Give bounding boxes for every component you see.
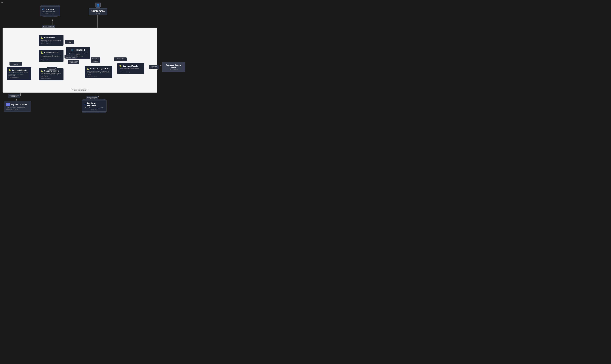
boutique-db-icon: 🗃 xyxy=(84,103,86,106)
boutique-db-tag: [Store: SQL] xyxy=(84,109,104,110)
checkout-module-title: Checkout Module xyxy=(44,52,58,53)
product-catalogue-node: 🐍 Product Catalogue Module Provides the … xyxy=(85,66,112,78)
main-container: Core e-commerce application. [App: App E… xyxy=(2,27,158,92)
cart-data-title: Cart Data xyxy=(45,8,54,11)
cart-module-desc: Stores the items in the user's shopping … xyxy=(40,39,62,43)
diagram-canvas: ⊕ xyxy=(0,0,204,122)
cart-data-node: ⚙ Cart Data Store items added to cart. [… xyxy=(40,5,60,17)
currency-module-title: Currency Module xyxy=(123,65,138,67)
sends-transaction-label: Sends transactioninformation to xyxy=(8,94,20,98)
customers-tag: [Actor] xyxy=(91,13,106,14)
payment-provider-icon: S xyxy=(7,103,9,106)
start-checkout-label: Start checkoutprocess for product xyxy=(65,54,77,59)
european-central-bank-node: European Central Bank [External system] xyxy=(162,62,185,72)
currency-module-desc: Converts one money amount to another cur… xyxy=(119,68,142,71)
boutique-db-desc: Stores all cart, order, and user data. xyxy=(84,107,104,109)
customers-title: Customers xyxy=(91,10,106,13)
product-catalogue-icon: 🐍 xyxy=(87,67,89,70)
cart-module-node: 🐍 Cart Module Stores the items in the us… xyxy=(39,35,64,46)
product-catalogue-tag: [Component: Python] xyxy=(87,76,110,77)
checkout-module-node: 🐍 Checkout Module Retrieves user cart, p… xyxy=(39,50,64,62)
customers-icon: 👤 xyxy=(96,3,100,7)
currency-module-node: 🐍 Currency Module Converts one money amo… xyxy=(117,63,144,74)
payment-module-title: Payment Module xyxy=(12,69,27,71)
payment-provider-node: S Payment provider Platform to process o… xyxy=(4,101,31,112)
product-catalogue-desc: Provides the list of products from a JSO… xyxy=(87,71,110,75)
make-payment-label: Make payment aftercheckout xyxy=(10,62,22,65)
shipping-module-tag: [Component: Python] xyxy=(40,78,62,79)
ecb-title: European Central Bank xyxy=(164,64,183,68)
checks-items-label: Checks items from xyxy=(42,25,55,27)
payment-provider-title: Payment provider xyxy=(11,103,27,106)
frontend-icon: ⚛ xyxy=(71,48,74,52)
request-item-quantity-label: Request itemquantity xyxy=(65,40,74,44)
get-quote-label: Get quote forcurrency conversion xyxy=(114,57,127,61)
payment-module-tag: [Component: Python] xyxy=(9,77,29,78)
boutique-db-title: Boutique Database xyxy=(87,102,104,107)
cart-data-tag: [Store: Memstore Redis] xyxy=(42,13,58,14)
cart-module-title: Cart Module xyxy=(44,37,55,39)
request-list-label: Request list ofproducts withmetadata xyxy=(91,57,100,63)
shipping-module-desc: Gives shipping cost estimates based on t… xyxy=(40,73,62,77)
ecb-tag: [External system] xyxy=(164,69,183,70)
payment-module-desc: Charges the given credit card info with … xyxy=(9,72,29,77)
request-shipping-label: Request shippingcost and status xyxy=(68,60,79,64)
payment-provider-desc: Platform to process online payments xyxy=(6,107,29,108)
currency-module-icon: 🐍 xyxy=(119,65,122,67)
checkout-module-tag: [Component: Python] xyxy=(40,59,62,61)
payment-module-node: 🐍 Payment Module Charges the given credi… xyxy=(7,67,31,80)
get-current-rate-label: Get currentexchange rate xyxy=(149,65,159,69)
send-shipping-label: Send shippinginstructions xyxy=(47,66,57,71)
payment-module-icon: 🐍 xyxy=(9,69,11,72)
product-catalogue-title: Product Catalogue Module xyxy=(90,68,110,70)
cart-module-tag: [Component: Python] xyxy=(40,43,62,44)
boutique-database-node: 🗃 Boutique Database Stores all cart, ord… xyxy=(82,99,106,113)
container-label: Core e-commerce application. [App: App E… xyxy=(71,88,89,91)
currency-module-tag: [Component: Python] xyxy=(119,71,142,73)
cart-data-desc: Store items added to cart. xyxy=(42,11,58,13)
frontend-title: Frontend xyxy=(75,49,85,52)
checkout-module-desc: Retrieves user cart, prepares orders and… xyxy=(40,54,62,59)
payment-provider-tag: [External system: Stripe] xyxy=(6,109,29,110)
shipping-module-icon: 🐍 xyxy=(40,70,43,72)
zoom-control[interactable]: ⊕ xyxy=(1,1,3,3)
checkout-module-icon: 🐍 xyxy=(40,51,43,54)
cart-module-icon: 🐍 xyxy=(40,36,43,39)
cart-data-icon: ⚙ xyxy=(42,8,44,11)
customers-node: 👤 Customers [Actor] xyxy=(89,2,107,15)
